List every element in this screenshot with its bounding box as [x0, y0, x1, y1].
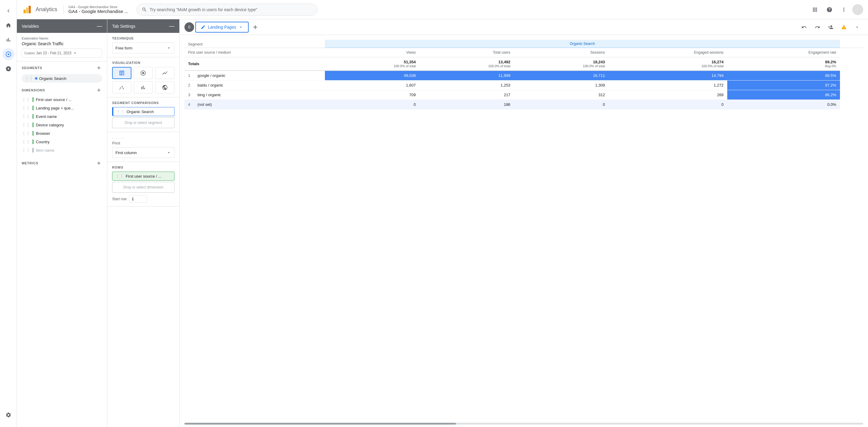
dim-label: Country [36, 140, 102, 144]
dim-active-bar [33, 122, 33, 127]
tab-settings-header: Tab Settings — [107, 19, 179, 33]
variables-collapse-btn[interactable]: — [97, 23, 102, 29]
dim-label: Item name [36, 148, 102, 153]
row-total-users: 11,999 [420, 70, 514, 81]
segment-chip-organic[interactable]: ⋮⋮ Organic Search [22, 74, 102, 83]
report-area: 0 Landing Pages [180, 19, 868, 427]
totals-sessions: 18,243 100.0% of total [514, 57, 609, 71]
tab-circle-label: 0 [188, 25, 190, 29]
property-main: GA4 - Google Merchandise ... [68, 9, 128, 14]
tab-actions [798, 21, 863, 33]
dimensions-list: ⋮⋮ First user source / ... ⋮⋮ Landing pa… [17, 95, 107, 154]
dim-active-bar [33, 139, 33, 144]
tab-settings-title: Tab Settings [112, 24, 135, 29]
viz-table-btn[interactable] [112, 67, 131, 79]
tab-settings-collapse-btn[interactable]: — [169, 23, 175, 29]
nav-advertising[interactable] [2, 63, 14, 75]
add-segment-btn[interactable] [96, 64, 102, 71]
row-num: 1 [188, 73, 190, 78]
row-views: 49,038 [325, 70, 420, 81]
drop-dimension-zone[interactable]: Drop or select dimension [112, 182, 175, 193]
search-bar[interactable]: Try searching "MoM growth in users for e… [136, 4, 317, 16]
visualization-label: VISUALIZATION [112, 61, 175, 64]
add-dimension-btn[interactable] [96, 87, 102, 93]
start-row-row: Start row [112, 195, 175, 203]
dim-device-category[interactable]: ⋮⋮ Device category [17, 121, 107, 129]
rows-section: ROWS ⋮⋮ First user source / ... Drop or … [107, 162, 179, 207]
dim-landing-page[interactable]: ⋮⋮ Landing page + que... [17, 104, 107, 112]
segment-color-dot [35, 77, 37, 80]
viz-donut-btn[interactable] [134, 67, 153, 79]
svg-point-1 [7, 54, 9, 55]
nav-reports[interactable] [2, 34, 14, 46]
drop-segment-zone[interactable]: Drop or select segment [112, 117, 175, 128]
totals-engagement-rate: 89.2% Avg 0% [727, 57, 840, 71]
segments-title: SEGMENTS [22, 66, 42, 70]
add-metric-btn[interactable] [96, 160, 102, 166]
technique-section: TECHNIQUE Free form [107, 33, 179, 57]
pivot-dropdown[interactable]: First column [112, 147, 175, 158]
drag-icon: ⋮⋮ [22, 148, 30, 153]
dim-label: Event name [36, 114, 102, 119]
undo-btn[interactable] [798, 21, 810, 33]
dim-first-user-source[interactable]: ⋮⋮ First user source / ... [17, 95, 107, 104]
row-label: First user source / ... [126, 174, 161, 179]
drag-icon: ⋮⋮ [22, 114, 30, 119]
drag-icon: ⋮⋮ [25, 76, 33, 81]
viz-bar-btn[interactable] [134, 82, 153, 93]
dim-browser[interactable]: ⋮⋮ Browser [17, 129, 107, 138]
variables-panel: Variables — Exploration Name: Organic Se… [17, 19, 107, 427]
date-range: Jan 23 - Feb 21, 2023 [36, 51, 71, 55]
warning-dropdown-btn[interactable] [851, 21, 863, 33]
table-row: 2 baidu / organic 1,607 1,253 1,309 1,27… [184, 81, 863, 90]
svg-point-6 [121, 86, 122, 87]
row-views: 1,607 [325, 81, 420, 90]
table-row: 3 bing / organic 709 217 312 269 86.2% [184, 90, 863, 100]
totals-row: Totals 51,354 100.0% of total 13,492 100… [184, 57, 863, 71]
viz-geo-btn[interactable] [155, 82, 175, 93]
row-first-user-source[interactable]: ⋮⋮ First user source / ... [112, 172, 175, 181]
drag-icon: ⋮⋮ [22, 105, 30, 110]
col-engagement-rate: Engagement rate [727, 48, 840, 57]
dim-active-bar [33, 131, 33, 136]
viz-scatter-btn[interactable] [112, 82, 131, 93]
row-total-users: 186 [420, 100, 514, 110]
row-dimension: google / organic [197, 73, 225, 78]
pivot-sublabel: ...... [112, 136, 175, 139]
drag-icon: ⋮⋮ [116, 174, 124, 179]
nav-explore[interactable] [2, 48, 14, 60]
horizontal-scroll-indicator[interactable] [184, 423, 863, 425]
apps-button[interactable] [809, 4, 821, 16]
technique-dropdown[interactable]: Free form [112, 42, 175, 53]
dim-label: Landing page + que... [36, 106, 102, 110]
drag-icon: ⋮⋮ [22, 122, 30, 127]
svg-point-9 [122, 87, 123, 88]
redo-btn[interactable] [811, 21, 824, 33]
viz-line-btn[interactable] [155, 67, 175, 79]
start-row-input[interactable] [129, 195, 147, 203]
dim-item-name[interactable]: ⋮⋮ Item name [17, 146, 107, 154]
main-content: Analytics GA4 - Google Merchandise Store… [17, 0, 868, 427]
add-collaborator-btn[interactable] [825, 21, 837, 33]
segment-comparison-organic[interactable]: ⋮⋮ Organic Search [112, 107, 175, 116]
help-button[interactable] [824, 4, 835, 16]
nav-settings[interactable] [2, 408, 14, 422]
user-avatar[interactable] [852, 4, 863, 15]
dim-active-bar [33, 148, 33, 153]
nav-home[interactable] [2, 19, 14, 31]
dimensions-header: DIMENSIONS [17, 84, 107, 95]
technique-value: Free form [116, 46, 132, 50]
warning-btn[interactable] [838, 21, 850, 33]
date-selector[interactable]: Custom Jan 23 - Feb 21, 2023 [22, 49, 102, 58]
variables-panel-header: Variables — [17, 19, 107, 33]
dim-event-name[interactable]: ⋮⋮ Event name [17, 112, 107, 121]
search-icon [142, 7, 147, 12]
col-engaged-sessions: Engaged sessions [609, 48, 727, 57]
nav-back[interactable] [2, 5, 14, 17]
dim-country[interactable]: ⋮⋮ Country [17, 138, 107, 146]
add-tab-btn[interactable] [250, 22, 261, 33]
more-button[interactable] [838, 4, 850, 16]
drag-icon: ⋮⋮ [116, 109, 125, 114]
report-table-wrapper[interactable]: Segment Organic Search First user source… [180, 35, 868, 422]
landing-pages-tab[interactable]: Landing Pages [195, 22, 249, 33]
